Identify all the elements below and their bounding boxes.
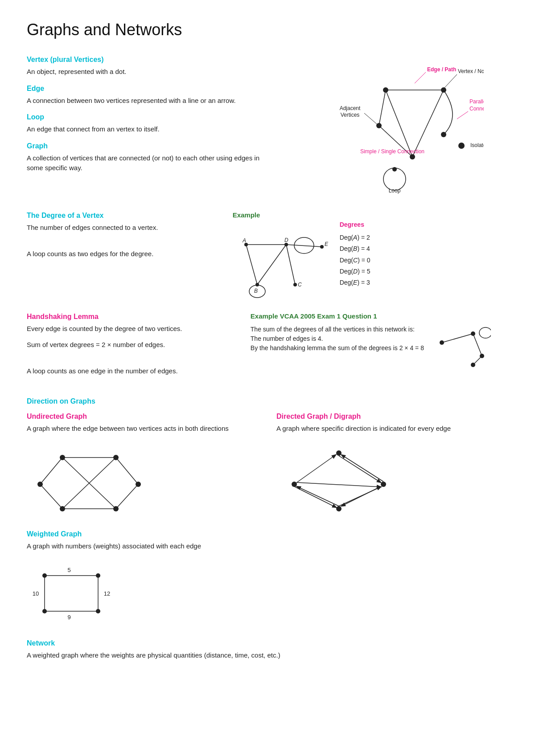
degree-left: The Degree of a Vertex The number of edg… xyxy=(27,210,224,298)
handshaking-body2: Sum of vertex degrees = 2 × number of ed… xyxy=(27,340,242,350)
svg-text:A: A xyxy=(242,237,246,244)
svg-line-60 xyxy=(40,484,62,509)
svg-text:Isolated Vertex: Isolated Vertex xyxy=(470,142,484,148)
degree-diagram-svg: A D E B C xyxy=(233,222,335,298)
directed-col: Directed Graph / Digraph A graph where s… xyxy=(276,411,508,516)
svg-text:12: 12 xyxy=(104,590,110,597)
handshaking-title: Handshaking Lemma xyxy=(27,311,242,322)
handshaking-right: Example VCAA 2005 Exam 1 Question 1 The … xyxy=(251,311,508,383)
handshaking-body1: Every edge is counted by the degree of t… xyxy=(27,324,242,334)
edge-title: Edge xyxy=(27,83,263,94)
svg-line-13 xyxy=(415,72,426,83)
handshaking-diagram-svg xyxy=(433,325,491,374)
page-title: Graphs and Networks xyxy=(27,18,508,42)
svg-text:9: 9 xyxy=(67,614,70,621)
svg-line-72 xyxy=(297,486,339,506)
degree-body1: The number of edges connected to a verte… xyxy=(27,223,224,233)
directed-body: A graph where specific direction is indi… xyxy=(276,424,508,434)
undirected-col: Undirected Graph A graph where the edge … xyxy=(27,411,259,516)
loop-title: Loop xyxy=(27,112,263,123)
deg-c: Deg(C) = 0 xyxy=(340,255,370,266)
deg-b: Deg(B) = 4 xyxy=(340,243,370,254)
graph-body: A collection of vertices that are connec… xyxy=(27,153,263,173)
svg-text:E: E xyxy=(325,241,329,247)
handshaking-left: Handshaking Lemma Every edge is counted … xyxy=(27,311,242,383)
deg-e: Deg(E) = 3 xyxy=(340,277,370,288)
svg-line-74 xyxy=(294,486,336,507)
weighted-graph-svg: 5 10 12 9 xyxy=(27,558,125,625)
degree-example-label: Example xyxy=(233,210,335,221)
svg-text:B: B xyxy=(254,288,258,294)
intro-diagram: Edge / Path Vertex / Node Adjacent Verti… xyxy=(272,54,508,197)
svg-line-22 xyxy=(457,111,468,119)
svg-text:Vertices: Vertices xyxy=(341,112,360,118)
svg-text:Loop: Loop xyxy=(389,188,401,194)
graph-title: Graph xyxy=(27,141,263,151)
degree-right: Example A D E B C xyxy=(233,210,508,298)
direction-section: Direction on Graphs Undirected Graph A g… xyxy=(27,396,508,516)
svg-line-6 xyxy=(386,90,412,157)
svg-line-39 xyxy=(257,245,286,285)
svg-line-37 xyxy=(286,245,322,247)
degrees-title: Degrees xyxy=(340,219,370,230)
svg-line-48 xyxy=(473,334,482,356)
degree-body2: A loop counts as two edges for the degre… xyxy=(27,249,224,259)
svg-text:Vertex / Node: Vertex / Node xyxy=(458,68,484,74)
svg-point-8 xyxy=(441,132,446,137)
svg-text:Adjacent: Adjacent xyxy=(340,105,361,111)
undirected-title: Undirected Graph xyxy=(27,411,259,422)
handshaking-example-body2: The number of edges is 4. xyxy=(251,334,424,343)
svg-line-61 xyxy=(116,484,138,509)
svg-line-38 xyxy=(246,245,257,285)
vertex-title: Vertex (plural Vertices) xyxy=(27,54,263,65)
intro-diagram-svg: Edge / Path Vertex / Node Adjacent Verti… xyxy=(296,59,484,197)
svg-text:C: C xyxy=(298,282,302,288)
svg-line-40 xyxy=(286,245,295,285)
svg-point-65 xyxy=(336,450,342,456)
network-body: A weighted graph where the weights are p… xyxy=(27,650,508,661)
svg-line-49 xyxy=(473,356,482,365)
svg-line-7 xyxy=(412,90,444,157)
edge-body: A connection between two vertices repres… xyxy=(27,96,263,106)
weighted-body: A graph with numbers (weights) associate… xyxy=(27,541,508,552)
svg-point-12 xyxy=(458,143,465,149)
svg-line-19 xyxy=(364,113,378,125)
degrees-table: Degrees Deg(A) = 2 Deg(B) = 4 Deg(C) = 0… xyxy=(340,219,370,298)
undirected-body: A graph where the edge between two verti… xyxy=(27,424,259,434)
direction-title: Direction on Graphs xyxy=(27,396,508,407)
svg-line-69 xyxy=(294,455,336,484)
handshaking-example-body1: The sum of the degrees of all the vertic… xyxy=(251,325,424,334)
svg-point-50 xyxy=(479,327,491,338)
svg-line-76 xyxy=(339,487,381,506)
svg-point-67 xyxy=(381,482,386,487)
svg-text:5: 5 xyxy=(67,567,70,573)
svg-line-47 xyxy=(442,334,473,343)
network-section: Network A weighted graph where the weigh… xyxy=(27,638,508,661)
svg-line-5 xyxy=(379,90,386,126)
handshaking-example-body3: By the handshaking lemma the sum of the … xyxy=(251,343,424,353)
svg-line-59 xyxy=(116,458,138,484)
svg-text:10: 10 xyxy=(33,590,39,597)
svg-line-75 xyxy=(297,482,381,487)
svg-text:Edge / Path: Edge / Path xyxy=(427,66,456,73)
deg-a: Deg(A) = 2 xyxy=(340,232,370,243)
svg-text:Simple / Single Connection: Simple / Single Connection xyxy=(360,148,424,155)
svg-text:D: D xyxy=(284,237,288,243)
directed-graph-svg xyxy=(276,440,401,515)
network-title: Network xyxy=(27,638,508,649)
svg-line-58 xyxy=(40,458,62,484)
svg-line-15 xyxy=(444,74,457,88)
svg-point-11 xyxy=(392,167,397,172)
definitions-left: Vertex (plural Vertices) An object, repr… xyxy=(27,54,263,197)
loop-body: An edge that connect from an vertex to i… xyxy=(27,124,263,135)
handshaking-body3: A loop counts as one edge in the number … xyxy=(27,366,242,376)
vertex-body: An object, represented with a dot. xyxy=(27,67,263,77)
undirected-graph-svg xyxy=(27,440,152,515)
handshaking-example-title: Example VCAA 2005 Exam 1 Question 1 xyxy=(251,311,508,322)
degree-title: The Degree of a Vertex xyxy=(27,210,224,221)
weighted-title: Weighted Graph xyxy=(27,529,508,539)
svg-point-68 xyxy=(336,506,342,511)
svg-text:Parallel / Multiple: Parallel / Multiple xyxy=(469,98,484,105)
weighted-section: Weighted Graph A graph with numbers (wei… xyxy=(27,529,508,625)
svg-line-71 xyxy=(342,455,383,482)
